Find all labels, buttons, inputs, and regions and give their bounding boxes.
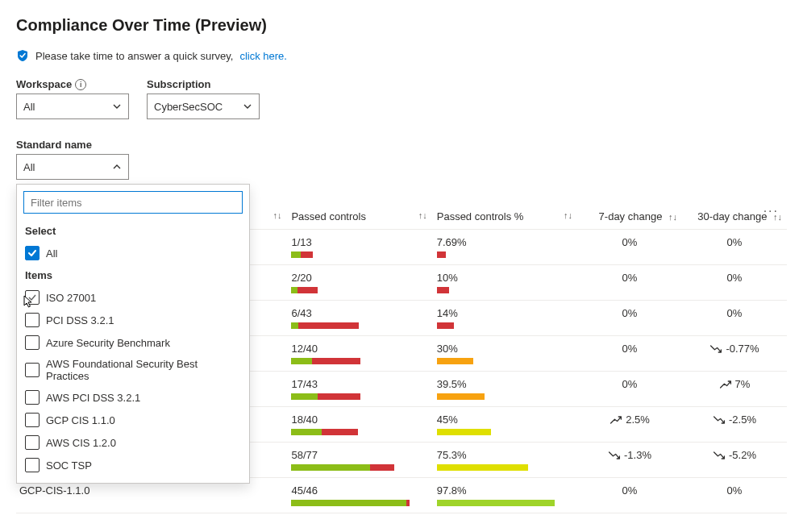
cell-pct: 45% — [432, 407, 577, 443]
cell-30day: -0.77% — [682, 336, 787, 372]
cell-passed: 58/77 — [286, 443, 431, 478]
cell-passed: 2/20 — [286, 265, 431, 301]
shield-icon — [16, 49, 29, 62]
survey-text: Please take time to answer a quick surve… — [35, 50, 233, 62]
cell-passed: 45/46 — [286, 478, 431, 513]
dropdown-item-label: PCI DSS 3.2.1 — [46, 314, 114, 326]
subscription-label: Subscription — [147, 78, 260, 90]
more-options-icon[interactable]: ··· — [763, 204, 779, 218]
checkbox[interactable] — [25, 290, 40, 305]
checkbox[interactable] — [25, 390, 40, 405]
workspace-value: All — [23, 101, 35, 113]
cell-passed: 17/43 — [286, 372, 431, 407]
cell-7day: 0% — [577, 336, 682, 372]
cell-30day: 0% — [682, 230, 787, 265]
cell-pct: 7.69% — [432, 230, 577, 265]
chevron-down-icon — [112, 102, 122, 111]
items-section-label: Items — [17, 264, 249, 286]
dropdown-item[interactable]: PCI DSS 3.2.1 — [17, 309, 249, 331]
dropdown-item-label: Azure Security Benchmark — [46, 337, 170, 349]
subscription-value: CyberSecSOC — [154, 101, 223, 113]
dropdown-item[interactable]: AWS Foundational Security Best Practices — [17, 354, 249, 386]
col-header-7day[interactable]: 7-day change ↑↓ — [577, 204, 682, 230]
standard-name-label: Standard name — [16, 139, 787, 151]
filter-items-input[interactable] — [23, 191, 243, 214]
dropdown-item[interactable]: ISO 27001 — [17, 286, 249, 309]
chevron-up-icon — [112, 162, 122, 172]
checkbox[interactable] — [25, 435, 40, 450]
cell-passed: 12/40 — [286, 336, 431, 372]
cell-pct: 10% — [432, 265, 577, 301]
dropdown-item-label: AWS Foundational Security Best Practices — [46, 358, 241, 382]
dropdown-item-label: SOC TSP — [46, 459, 92, 472]
dropdown-item[interactable]: AWS CIS 1.2.0 — [17, 431, 249, 454]
cell-7day: 0% — [577, 372, 682, 407]
checkbox[interactable] — [25, 313, 40, 327]
page-title: Compliance Over Time (Preview) — [16, 16, 787, 35]
workspace-select[interactable]: All — [16, 94, 129, 119]
cell-passed: 18/40 — [286, 407, 431, 443]
sort-icon[interactable]: ↑↓ — [668, 212, 677, 222]
survey-banner: Please take time to answer a quick surve… — [16, 49, 787, 62]
chevron-down-icon — [243, 102, 252, 111]
cell-pct: 75.3% — [432, 443, 577, 478]
cell-30day: 0% — [682, 478, 787, 513]
cell-7day: 2.5% — [577, 407, 682, 443]
standard-name-select[interactable]: All — [16, 154, 129, 180]
info-icon[interactable]: i — [75, 79, 86, 90]
cell-7day: 0% — [577, 230, 682, 265]
sort-icon[interactable]: ↑↓ — [273, 210, 281, 220]
cell-30day: 0% — [682, 301, 787, 336]
cell-30day: -2.5% — [682, 407, 787, 443]
cell-30day: -5.2% — [682, 443, 787, 478]
sort-icon[interactable]: ↑↓ — [564, 210, 572, 220]
dropdown-item-label: ISO 27001 — [46, 292, 96, 304]
cell-7day: -1.3% — [577, 443, 682, 478]
cell-pct: 14% — [432, 301, 577, 336]
dropdown-item[interactable]: Azure Security Benchmark — [17, 331, 249, 354]
checkbox[interactable] — [25, 335, 40, 350]
cell-passed: 1/13 — [286, 230, 431, 265]
cell-passed: 6/43 — [286, 301, 431, 336]
checkbox[interactable] — [25, 413, 40, 427]
cell-7day: 0% — [577, 301, 682, 336]
cell-7day: 0% — [577, 478, 682, 513]
cell-30day: 0% — [682, 265, 787, 301]
cell-pct: 30% — [432, 336, 577, 372]
standard-name-dropdown: Select All Items ISO 27001PCI DSS 3.2.1A… — [16, 184, 250, 484]
col-header-pct[interactable]: Passed controls % ↑↓ — [432, 204, 577, 230]
survey-link[interactable]: click here. — [239, 50, 287, 62]
cell-pct: 97.8% — [432, 478, 577, 513]
select-all-item[interactable]: All — [17, 242, 249, 264]
workspace-label: Workspace i — [16, 78, 129, 90]
dropdown-item[interactable]: SOC TSP — [17, 454, 249, 476]
checkbox[interactable] — [25, 363, 40, 377]
cell-30day: 7% — [682, 372, 787, 407]
cell-7day: 0% — [577, 265, 682, 301]
checkbox[interactable] — [25, 458, 40, 472]
subscription-select[interactable]: CyberSecSOC — [147, 94, 260, 119]
select-section-label: Select — [17, 220, 249, 242]
dropdown-item[interactable]: AWS PCI DSS 3.2.1 — [17, 386, 249, 409]
checkbox-checked[interactable] — [25, 246, 40, 260]
sort-icon[interactable]: ↑↓ — [418, 210, 427, 220]
dropdown-item[interactable]: GCP CIS 1.1.0 — [17, 409, 249, 431]
dropdown-item-label: AWS PCI DSS 3.2.1 — [46, 392, 140, 404]
dropdown-item-label: AWS CIS 1.2.0 — [46, 437, 116, 449]
dropdown-item-label: GCP CIS 1.1.0 — [46, 414, 115, 426]
col-header-passed[interactable]: Passed controls ↑↓ — [286, 204, 431, 230]
cell-pct: 39.5% — [432, 372, 577, 407]
